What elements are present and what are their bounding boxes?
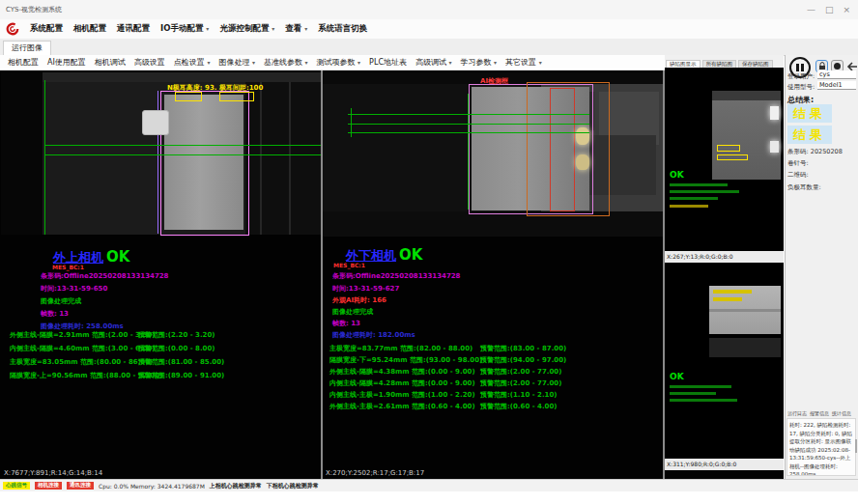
log-text-area[interactable]: 耗时: 222, 缺陷检测耗时: 17, 缺陷分类耗时: 0, 缺陷提取分区耗时… <box>786 418 856 476</box>
tool-test-item-params[interactable]: 测试项参数 ▾ <box>317 57 361 68</box>
process-done-text: 图像处理完成 <box>332 307 373 317</box>
measurement-row: 内侧主线-隔膜=4.60mm 范围:(3.00 - 6.00)预警范围:(0.0… <box>10 344 156 355</box>
heartbeat-status-badge: 心跳信号 <box>3 482 30 490</box>
pixel-coords-readout: X:270;Y:2502;R:17;G:17;B:17 <box>326 469 424 477</box>
tab-all-defects[interactable]: 所有缺陷图 <box>702 60 737 68</box>
tiny-text-lines <box>670 399 737 402</box>
bright-spot <box>576 154 589 170</box>
maximize-icon[interactable]: □ <box>825 6 834 14</box>
pixel-coords-readout: X:311;Y:980;R:0;G:0;B:0 <box>665 459 784 470</box>
reference-line-green <box>44 80 45 235</box>
model-value[interactable]: Model1 <box>817 81 856 90</box>
tool-plc-address-table[interactable]: PLC地址表 <box>369 57 407 68</box>
pixel-coords-readout: X:7677;Y:891;R:14;G:14;B:14 <box>4 469 102 477</box>
ai-rect-red <box>550 88 575 211</box>
lock-icon <box>818 62 826 70</box>
menu-light-control-config[interactable]: 光源控制配置 ▾ <box>219 23 274 35</box>
tiny-text-lines <box>670 205 708 208</box>
tool-spot-check[interactable]: 点检设置 ▾ <box>174 57 211 68</box>
defect-image <box>709 286 781 334</box>
bright-spot <box>576 127 589 145</box>
tab-alarm-info[interactable]: 报警信息 <box>810 410 829 416</box>
reference-line-green <box>44 154 321 155</box>
measurement-row: 外侧主线-隔膜=2.91mm 范围:(2.00 - 3.50)预警范围:(2.2… <box>10 330 156 342</box>
tab-saved-defects[interactable]: 保存缺陷图 <box>738 60 773 68</box>
pause-icon <box>801 64 804 71</box>
center-camera-view[interactable]: AI检测框 外下相机OK MES_BC:1 条形码:Offline2025020… <box>323 70 663 480</box>
comm-connect-badge: 通讯连接 <box>67 482 94 490</box>
tool-image-processing[interactable]: 图像处理 ▾ <box>218 57 255 68</box>
minimize-icon[interactable]: — <box>807 6 815 14</box>
login-user-label: 登录用户: <box>787 72 815 81</box>
left-camera-image: N极耳高度: 93. 极耳间距:100 <box>1 72 321 235</box>
tab-defect-display[interactable]: 缺陷图显示 <box>666 60 701 68</box>
machine-structure <box>709 309 781 312</box>
panel-barcode-value: 20250208 <box>811 148 843 155</box>
measurement-row: 内侧主线-隔膜=4.28mm 范围:(0.00 - 9.00)预警范围:(2.0… <box>329 378 475 390</box>
menu-view[interactable]: 查看 ▾ <box>285 23 307 35</box>
measurement-row: 隔膜宽度-下=95.24mm 范围:(93.00 - 98.00)预警范围:(9… <box>329 355 482 367</box>
tab-run-image[interactable]: 运行图像 <box>3 41 51 56</box>
close-icon[interactable]: × <box>843 6 850 14</box>
title-bar: CYS-视觉检测系统 — □ × <box>0 0 858 20</box>
tool-camera-debug[interactable]: 相机调试 <box>95 57 126 68</box>
window-title: CYS-视觉检测系统 <box>6 5 62 14</box>
tool-baseline-params[interactable]: 基准线参数 ▾ <box>264 57 308 68</box>
defect-view-bottom[interactable]: OK <box>665 264 784 459</box>
machine-structure <box>323 211 663 237</box>
tab-run-log[interactable]: 运行日志 <box>787 410 807 416</box>
result-block-2: 结果 <box>787 126 832 144</box>
tab-strip: 运行图像 <box>0 39 858 56</box>
result-ok-text: OK <box>670 170 684 180</box>
measurement-row: 外侧主线-隔膜=4.38mm 范围:(0.00 - 9.00)预警范围:(2.0… <box>329 367 475 378</box>
barcode-text: 条形码:Offline20250208133134728 <box>41 271 169 281</box>
tool-other-settings[interactable]: 其它设置 ▾ <box>505 57 542 68</box>
model-label: 使用型号: <box>787 83 815 92</box>
log-scrollbar[interactable] <box>855 439 857 453</box>
tool-camera-config[interactable]: 相机配置 <box>8 57 39 68</box>
measurement-row: 主极宽度=83.77mm 范围:(82.00 - 88.00)预警范围:(83.… <box>329 344 472 355</box>
annotation-box <box>717 145 740 152</box>
annotation-box <box>717 154 748 160</box>
mes-status-text: MES_BC:1 <box>52 264 84 270</box>
tiny-text-lines <box>670 190 739 193</box>
left-camera-view[interactable]: N极耳高度: 93. 极耳间距:100 外上相机OK MES_BC:1 条形码:… <box>1 70 321 480</box>
tool-learning-params[interactable]: 学习参数 ▾ <box>461 57 498 68</box>
machine-structure <box>712 91 781 100</box>
circle-icon <box>833 62 842 70</box>
ai-box-label: AI检测框 <box>480 76 508 86</box>
menu-comm-config[interactable]: 通讯配置 <box>117 23 150 35</box>
tool-advanced-debug[interactable]: 高级调试 ▾ <box>415 57 452 68</box>
bright-spot <box>770 106 779 120</box>
status-bar: 心跳信号 相机连接 通讯连接 Cpu: 0.0% Memory: 3424.41… <box>0 479 858 491</box>
reference-line-green <box>348 124 589 125</box>
login-user-value[interactable]: cys <box>817 70 856 79</box>
menu-camera-config[interactable]: 相机配置 <box>73 23 106 35</box>
needle-number-label: 卷针号: <box>787 159 809 168</box>
machine-structure <box>323 84 472 211</box>
upper-camera-alarm-text: 上相机心跳检测异常 <box>210 482 262 490</box>
machine-structure <box>709 338 781 357</box>
machine-structure <box>1 72 43 235</box>
time-text: 时间:13-31-59-650 <box>41 284 107 294</box>
menu-language-switch[interactable]: 系统语言切换 <box>318 23 367 35</box>
cpu-memory-readout: Cpu: 0.0% Memory: 3424.4179687M <box>99 483 205 490</box>
gripper-part <box>142 110 169 135</box>
reference-line-green <box>44 145 321 146</box>
tool-advanced-settings[interactable]: 高级设置 <box>134 57 165 68</box>
annotation-box <box>219 92 254 101</box>
tool-ai-usage-config[interactable]: AI使用配置 <box>47 57 86 68</box>
right-control-panel: 登录用户: cys 使用型号: Model1 总结果: 结果 结果 条形码: 2… <box>785 55 858 480</box>
reference-line-green <box>348 114 589 115</box>
defect-view-top[interactable]: OK <box>665 68 784 251</box>
tab-stats-info[interactable]: 统计信息 <box>832 410 851 416</box>
tiny-text-lines <box>670 392 716 395</box>
tiny-text-lines <box>670 385 731 388</box>
process-done-text: 图像处理完成 <box>41 296 81 306</box>
annotation-mark <box>713 297 742 301</box>
log-tab-strip: 运行日志 报警信息 统计信息 <box>787 410 851 416</box>
defect-tab-strip: 缺陷图显示 所有缺陷图 保存缺陷图 <box>665 55 784 68</box>
menu-io-manual-config[interactable]: IO手动配置 ▾ <box>160 23 209 35</box>
menu-system-config[interactable]: 系统配置 <box>30 23 63 35</box>
frame-count-text: 帧数: 13 <box>41 309 69 319</box>
